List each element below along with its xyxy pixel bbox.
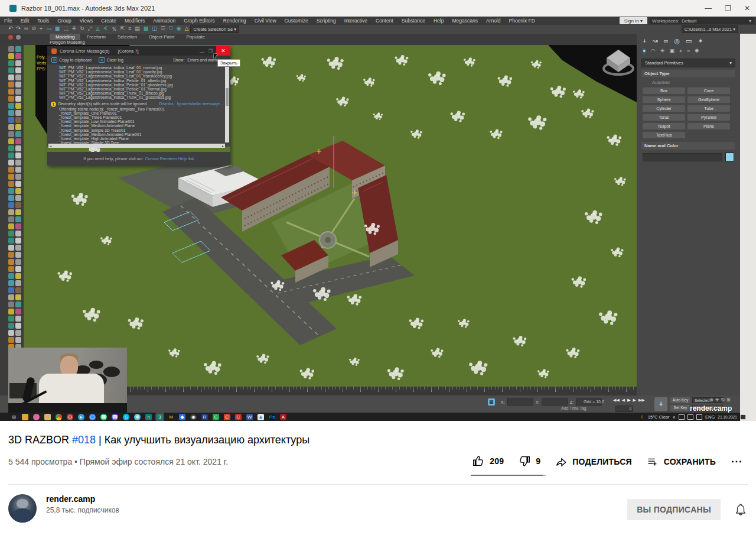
object-type-button[interactable]: Teapot: [643, 123, 685, 129]
like-button[interactable]: 209: [467, 455, 509, 468]
left-toolbar-icon[interactable]: [8, 181, 14, 187]
menu-item[interactable]: Scripting: [312, 18, 340, 24]
warning-icon[interactable]: △: [185, 25, 189, 33]
left-toolbar-icon[interactable]: [15, 223, 21, 229]
folder-icon[interactable]: [44, 414, 51, 420]
left-toolbar-icon[interactable]: [15, 309, 21, 314]
language-indicator[interactable]: ENG: [705, 414, 715, 420]
left-toolbar-icon[interactable]: [15, 124, 21, 130]
left-toolbar-icon[interactable]: [8, 89, 14, 95]
ribbon-circle-icon[interactable]: [8, 35, 13, 40]
workspaces-dropdown[interactable]: Workspaces: Default▾: [650, 17, 754, 24]
ribbon-subtitle[interactable]: Polygon Modeling: [50, 40, 85, 45]
left-toolbar-icon[interactable]: [15, 117, 21, 123]
left-toolbar-icon[interactable]: [15, 245, 21, 251]
left-toolbar-icon[interactable]: [15, 216, 21, 222]
display-tab-icon[interactable]: ▭: [686, 37, 692, 45]
object-type-button[interactable]: Box: [643, 87, 685, 94]
left-toolbar-icon[interactable]: [8, 117, 14, 123]
dialog-minimize-icon[interactable]: —: [200, 49, 204, 54]
share-button[interactable]: ПОДЕЛИТЬСЯ: [550, 455, 636, 468]
left-toolbar-icon[interactable]: [8, 82, 14, 87]
snap-toggle-icon[interactable]: ◬: [96, 25, 100, 33]
dialog-horizontal-scrollbar[interactable]: ◂▸: [48, 144, 225, 148]
menu-item[interactable]: Rendering: [219, 18, 250, 24]
left-toolbar-icon[interactable]: [8, 124, 14, 130]
minimize-icon[interactable]: —: [705, 4, 712, 12]
left-toolbar-icon[interactable]: [15, 131, 21, 137]
dialog-vertical-scrollbar[interactable]: [225, 64, 229, 142]
video-player[interactable]: Razbor 18_001.max - Autodesk 3ds Max 202…: [0, 0, 756, 421]
channel-avatar[interactable]: [8, 494, 37, 523]
left-toolbar-icon[interactable]: [15, 301, 21, 307]
3ds-max-icon[interactable]: 3: [157, 414, 163, 420]
autogrid-checkbox[interactable]: AutoGrid: [652, 80, 740, 85]
scene-explorer-icon[interactable]: ▩: [144, 25, 149, 33]
orbit-icon[interactable]: ↻: [721, 397, 725, 403]
megascans-bridge-icon[interactable]: M: [168, 414, 174, 420]
save-button[interactable]: СОХРАНИТЬ: [641, 455, 721, 468]
microphone-icon[interactable]: [679, 414, 685, 420]
left-toolbar-icon[interactable]: [8, 160, 14, 166]
skype-icon[interactable]: S: [123, 414, 129, 420]
left-toolbar-icon[interactable]: [15, 294, 21, 300]
menu-item[interactable]: Modifiers: [120, 18, 149, 24]
clock-date[interactable]: 21.10.2021: [718, 415, 737, 419]
left-toolbar-icon[interactable]: [8, 280, 14, 286]
left-toolbar-icon[interactable]: [8, 202, 14, 208]
left-toolbar-icon[interactable]: [8, 153, 14, 158]
select-and-link-icon[interactable]: ∞: [24, 25, 28, 33]
menu-item[interactable]: Edit: [17, 18, 34, 24]
left-toolbar-icon[interactable]: [8, 266, 14, 272]
menu-item[interactable]: Megascans: [448, 18, 481, 24]
notification-icon[interactable]: [740, 414, 746, 420]
subscribed-button[interactable]: ВЫ ПОДПИСАНЫ: [627, 499, 721, 520]
left-toolbar-icon[interactable]: [8, 259, 14, 265]
photoshop-icon[interactable]: Ps: [269, 414, 275, 420]
menu-item[interactable]: Customize: [281, 18, 312, 24]
media-app-icon[interactable]: [33, 414, 40, 420]
modify-tab-icon[interactable]: ↝: [652, 37, 657, 45]
bind-to-spacewarp-icon[interactable]: ⌖: [40, 25, 43, 33]
left-toolbar-icon[interactable]: [8, 96, 14, 102]
left-toolbar-icon[interactable]: [8, 301, 14, 307]
ribbon-tab[interactable]: Freeform: [80, 34, 111, 40]
angle-snap-icon[interactable]: ∢: [103, 25, 108, 33]
left-toolbar-icon[interactable]: [8, 231, 14, 236]
dislike-button[interactable]: 9: [513, 455, 545, 468]
left-toolbar-icon[interactable]: [15, 231, 21, 236]
left-toolbar-icon[interactable]: [15, 330, 21, 336]
select-and-move-icon[interactable]: ✛: [72, 25, 77, 33]
left-toolbar-icon[interactable]: [8, 216, 14, 222]
cinema-green-icon[interactable]: C: [213, 414, 219, 420]
left-toolbar-icon[interactable]: [15, 103, 21, 109]
menu-item[interactable]: Interactive: [340, 18, 372, 24]
photos-icon[interactable]: ▲: [258, 414, 264, 420]
zoom-icon[interactable]: ▢: [89, 414, 96, 420]
motion-tab-icon[interactable]: ◎: [674, 37, 680, 45]
align-icon[interactable]: ≡: [128, 25, 131, 33]
select-by-name-icon[interactable]: ▦: [55, 25, 60, 33]
go-to-end-icon[interactable]: ▶▶: [638, 398, 645, 403]
object-type-button[interactable]: TextPlus: [643, 132, 685, 138]
left-toolbar-icon[interactable]: [8, 167, 14, 173]
start-icon[interactable]: ⊞: [11, 414, 17, 420]
left-toolbar-icon[interactable]: [15, 153, 21, 158]
left-toolbar-icon[interactable]: [8, 174, 14, 180]
opera-icon[interactable]: O: [67, 414, 73, 420]
r-app-icon[interactable]: R: [201, 414, 208, 420]
left-toolbar-icon[interactable]: [15, 96, 21, 102]
unlink-selection-icon[interactable]: ⊘: [32, 25, 37, 33]
dialog-maximize-icon[interactable]: ❐: [208, 48, 213, 54]
add-keyframe-button[interactable]: +: [654, 397, 667, 411]
left-toolbar-icon[interactable]: [15, 209, 21, 215]
left-toolbar-icon[interactable]: [15, 259, 21, 265]
create-tab-icon[interactable]: +: [643, 37, 646, 45]
undo-icon[interactable]: ↶: [8, 25, 13, 33]
left-toolbar-icon[interactable]: [15, 53, 21, 59]
menu-item[interactable]: Graph Editors: [180, 18, 219, 24]
go-to-start-icon[interactable]: ◀◀: [613, 398, 620, 403]
render-production-icon[interactable]: ◉: [177, 25, 181, 33]
corona-help-link[interactable]: Corona Renderer Help link: [145, 157, 194, 161]
hashtag-link[interactable]: #018: [72, 434, 96, 446]
